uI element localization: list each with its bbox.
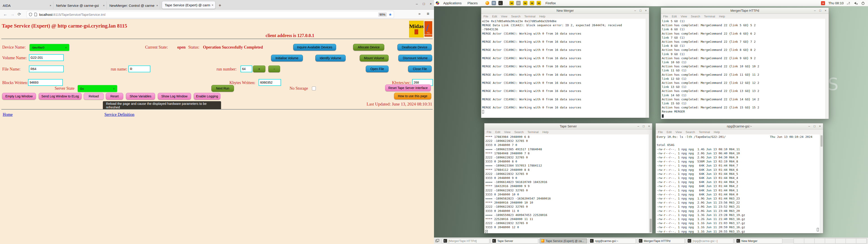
workspace-cell[interactable] xyxy=(804,238,815,244)
menu-search[interactable]: Search xyxy=(686,130,695,134)
menu-view[interactable]: View xyxy=(501,15,507,18)
menu-view[interactable]: View xyxy=(681,15,687,18)
midas-icon[interactable]: M xyxy=(530,1,534,5)
reload-button[interactable]: Reload xyxy=(84,93,104,100)
send-log-window-to-elog-button[interactable]: Send Log Window to ELog xyxy=(39,93,82,100)
window-titlebar[interactable]: New Merger – □ × xyxy=(481,8,649,14)
reload-icon[interactable]: ⟳ xyxy=(18,12,21,17)
shield-icon[interactable] xyxy=(29,13,32,16)
close-icon[interactable]: × xyxy=(212,3,213,7)
menu-terminal[interactable]: Terminal xyxy=(524,15,535,18)
applications-menu[interactable]: Applications xyxy=(441,1,463,5)
show-desktop-icon[interactable] xyxy=(435,239,439,243)
taskbar-item-tape-server[interactable]: >_ Tape Server xyxy=(491,238,538,244)
menu-help[interactable]: Help xyxy=(539,15,546,18)
maximize-icon[interactable]: □ xyxy=(643,123,645,129)
menu-terminal[interactable]: Terminal xyxy=(704,15,715,18)
menu-help[interactable]: Help xyxy=(719,15,725,18)
dismount-volume-button[interactable]: Dismount Volume xyxy=(398,55,432,61)
new-tab-button[interactable]: + xyxy=(216,3,224,9)
server-state-select[interactable]: Go ∨ xyxy=(78,85,117,92)
midas-icon[interactable]: M xyxy=(509,1,514,5)
workspace-cell[interactable] xyxy=(814,238,825,244)
network-question-icon[interactable]: ? xyxy=(847,1,851,5)
menu-terminal[interactable]: Terminal xyxy=(699,130,710,134)
zoom-level-badge[interactable]: 90% xyxy=(378,12,387,17)
run-number-input[interactable] xyxy=(241,65,252,72)
url-text[interactable]: localhost:8115/TapeService/TapeService.t… xyxy=(39,13,105,17)
minimize-icon[interactable]: – xyxy=(416,2,418,6)
menu-search[interactable]: Search xyxy=(691,15,700,18)
menu-help[interactable]: Help xyxy=(714,130,720,134)
empty-log-window-button[interactable]: Empty Log Window xyxy=(2,93,36,100)
firefox-icon[interactable] xyxy=(485,1,489,5)
close-icon[interactable]: × xyxy=(103,4,105,7)
menu-search[interactable]: Search xyxy=(511,15,520,18)
home-link[interactable]: Home xyxy=(3,112,13,117)
taskbar-item-merger-tape-httpd-min[interactable]: >_ [Merger/Tape HTTPd] xyxy=(442,238,489,244)
how-to-use-this-page-button[interactable]: How to use this page xyxy=(394,93,431,99)
close-icon[interactable]: × xyxy=(819,123,821,129)
menu-file[interactable]: File xyxy=(663,15,668,18)
terminal-output[interactable]: Every 10.0s: ls -lth /TapeData/G22-201/ … xyxy=(656,134,820,233)
power-icon[interactable] xyxy=(861,1,865,5)
taskbar-item-new-merger[interactable]: >_ New Merger xyxy=(735,238,782,244)
mount-volume-button[interactable]: Mount Volume xyxy=(360,55,389,61)
overflow-menu-icon[interactable]: » xyxy=(418,11,421,16)
device-select[interactable]: /dev/file/0 ∨ xyxy=(29,44,69,51)
terminal-output[interactable]: link 5 GO (1) Action has completed: Merg… xyxy=(661,19,826,119)
menu-edit[interactable]: Edit xyxy=(492,15,497,18)
show-variables-button[interactable]: Show Variables xyxy=(126,93,155,100)
window-titlebar[interactable]: npg@carme-gsi:~ – □ × xyxy=(656,123,823,129)
terminal-icon[interactable]: >_ xyxy=(498,1,503,5)
minimize-icon[interactable]: – xyxy=(638,123,639,129)
minimize-icon[interactable]: – xyxy=(808,123,810,129)
hamburger-menu-icon[interactable]: ≡ xyxy=(427,11,429,16)
back-icon[interactable]: ← xyxy=(3,12,7,17)
allocate-device-button[interactable]: Allocate Device xyxy=(353,44,384,51)
run-number-plus-button[interactable]: + xyxy=(253,65,266,72)
focused-app-label[interactable]: Firefox xyxy=(546,1,556,5)
close-icon[interactable]: × xyxy=(825,8,827,13)
clock[interactable]: Thu 08:10 xyxy=(828,1,844,5)
page-info-icon[interactable] xyxy=(34,13,37,16)
service-definition-link[interactable]: Service Definition xyxy=(104,112,134,117)
close-file-button[interactable]: Close File xyxy=(408,65,432,72)
midas-icon[interactable]: M xyxy=(537,1,541,5)
menu-help[interactable]: Help xyxy=(542,130,549,134)
menu-view[interactable]: View xyxy=(504,130,510,134)
run-number-minus-button[interactable]: - xyxy=(268,65,280,72)
midas-icon[interactable]: M xyxy=(523,1,527,5)
maximize-icon[interactable]: □ xyxy=(423,2,425,6)
screen-share-icon[interactable]: » xyxy=(821,1,825,5)
close-icon[interactable]: × xyxy=(50,4,51,7)
tab-aida[interactable]: AIDA × xyxy=(0,1,53,9)
run-name-input[interactable] xyxy=(128,65,150,72)
tab-newmerger-control[interactable]: NewMerger: Control @ carme × xyxy=(107,1,160,9)
scrollbar[interactable] xyxy=(646,19,649,118)
printer-icon[interactable] xyxy=(516,1,521,5)
menu-edit[interactable]: Edit xyxy=(672,15,677,18)
minimize-icon[interactable]: – xyxy=(814,8,815,13)
url-bar[interactable]: localhost:8115/TapeService/TapeService.t… xyxy=(27,11,394,18)
workspace-cell[interactable] xyxy=(825,238,835,244)
scrollbar[interactable] xyxy=(649,134,652,233)
enable-logging-button[interactable]: Enable Logging xyxy=(194,93,220,100)
scrollbar[interactable] xyxy=(826,19,829,119)
tab-netvar-service[interactable]: NetVar Service @ carme-gsi × xyxy=(53,1,107,9)
taskbar-item-npg-carme-gsi[interactable]: >_ npg@carme-gsi:~ xyxy=(588,238,636,244)
reset-button[interactable]: Reset xyxy=(106,93,123,100)
open-file-button[interactable]: Open File xyxy=(366,65,389,72)
taskbar-item-merger-tape-httpd[interactable]: >_ Merger/Tape HTTPd xyxy=(637,238,685,244)
volume-name-input[interactable] xyxy=(29,54,64,61)
close-icon[interactable]: × xyxy=(648,123,650,129)
minimize-icon[interactable]: – xyxy=(634,8,636,13)
places-menu[interactable]: Places xyxy=(466,1,479,5)
initialise-volume-button[interactable]: Initialise Volume xyxy=(271,55,303,61)
workspace-cell[interactable] xyxy=(835,238,846,244)
menu-terminal[interactable]: Terminal xyxy=(528,130,539,134)
workspace-cell[interactable] xyxy=(846,238,856,244)
no-storage-checkbox[interactable] xyxy=(312,87,316,90)
close-icon[interactable]: × xyxy=(430,2,432,6)
window-titlebar[interactable]: Merger/Tape HTTPd – □ × xyxy=(661,8,829,14)
